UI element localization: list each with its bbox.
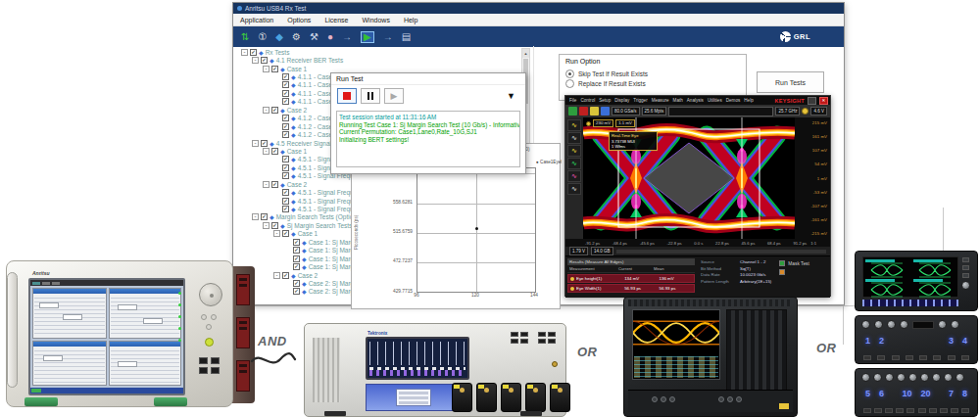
scope-menu-item[interactable]: Setup bbox=[597, 98, 612, 103]
scope-menu-item[interactable]: Control bbox=[578, 98, 597, 103]
toolbar-icon[interactable]: → bbox=[383, 32, 393, 42]
run-tests-button[interactable]: Run Tests bbox=[757, 71, 824, 93]
toolbar-icon[interactable]: ⚙ bbox=[292, 32, 301, 42]
result-row[interactable]: Eye height(1) 134 mV 136 mV bbox=[567, 274, 695, 283]
tree-checkbox[interactable]: ✓ bbox=[282, 131, 289, 138]
radio-circle[interactable] bbox=[565, 79, 574, 88]
waveform-icon[interactable]: ∿ bbox=[567, 119, 581, 131]
scope-menu-item[interactable]: Math bbox=[671, 98, 685, 103]
menu-item[interactable]: Application bbox=[233, 17, 280, 23]
tree-checkbox[interactable]: ✓ bbox=[293, 239, 300, 246]
tree-item-label[interactable]: Case 1 bbox=[287, 148, 308, 155]
waveform-icon[interactable]: ∿ bbox=[567, 183, 581, 195]
tree-checkbox[interactable]: ✓ bbox=[271, 66, 278, 72]
tree-checkbox[interactable]: ✓ bbox=[271, 181, 278, 188]
menu-item[interactable]: Windows bbox=[356, 17, 397, 23]
tree-checkbox[interactable]: ✓ bbox=[293, 280, 300, 287]
radio-option[interactable]: Replace If Result Exists bbox=[565, 78, 740, 88]
tree-checkbox[interactable]: ✓ bbox=[293, 247, 300, 254]
waveform-icon[interactable]: ∿ bbox=[567, 158, 581, 169]
tree-row[interactable]: - ✓ ◆ 4.1 Receiver BER Tests bbox=[239, 56, 521, 64]
tree-checkbox[interactable]: ✓ bbox=[282, 206, 289, 212]
toolbar-icon[interactable]: ◆ bbox=[275, 32, 283, 42]
scope-menu-item[interactable]: Analysis bbox=[685, 98, 706, 103]
tree-checkbox[interactable]: ✓ bbox=[282, 73, 289, 80]
waveform-icon[interactable]: ∿ bbox=[567, 145, 581, 157]
radio-option[interactable]: Skip Test If Result Exists bbox=[565, 69, 740, 78]
tree-checkbox[interactable]: ✓ bbox=[282, 115, 289, 121]
tree-item-label[interactable]: Case 2 bbox=[287, 181, 308, 188]
tree-checkbox[interactable]: ✓ bbox=[282, 98, 289, 105]
toolbar-icon[interactable]: ⚒ bbox=[310, 32, 318, 42]
tree-checkbox[interactable]: ✓ bbox=[282, 230, 289, 237]
tree-item-label[interactable]: Case 2 bbox=[287, 107, 308, 114]
tree-expand-toggle[interactable]: - bbox=[241, 49, 248, 56]
tree-expand-toggle[interactable]: - bbox=[252, 140, 259, 147]
result-row[interactable]: Eye Width(1) 56.93 ps 56.93 ps bbox=[567, 284, 695, 293]
toolbar-icon[interactable]: → bbox=[342, 32, 352, 42]
scope-menu-item[interactable]: Demos bbox=[724, 98, 743, 103]
tree-item-label[interactable]: Sj Margin Search Tests bbox=[287, 222, 353, 229]
pause-button[interactable] bbox=[361, 88, 380, 104]
radio-circle[interactable] bbox=[565, 70, 574, 78]
run-chip[interactable] bbox=[568, 107, 577, 116]
mask-checkbox-orange[interactable] bbox=[779, 269, 785, 275]
tree-expand-toggle[interactable]: - bbox=[263, 148, 270, 155]
tree-expand-toggle[interactable]: - bbox=[252, 57, 259, 64]
tree-expand-toggle[interactable]: - bbox=[263, 66, 270, 72]
tree-checkbox[interactable]: ✓ bbox=[282, 189, 289, 196]
play-button[interactable]: ▶ bbox=[384, 88, 404, 104]
tree-item-label[interactable]: Case 1 bbox=[298, 230, 318, 237]
tree-checkbox[interactable]: ✓ bbox=[271, 148, 278, 155]
tree-expand-toggle[interactable]: - bbox=[252, 213, 259, 220]
stop-chip[interactable] bbox=[579, 107, 588, 116]
scope-menu-item[interactable]: Help bbox=[742, 98, 755, 103]
toolbar-icon[interactable]: ▤ bbox=[402, 32, 411, 42]
minimize-button[interactable] bbox=[808, 97, 816, 105]
toolbar-icon[interactable]: ▶ bbox=[361, 31, 374, 43]
scope-menu-item[interactable]: File bbox=[567, 98, 578, 103]
tree-checkbox[interactable]: ✓ bbox=[250, 49, 257, 56]
menu-item[interactable]: Options bbox=[280, 17, 318, 23]
tree-item-label[interactable]: 4.1 Receiver BER Tests bbox=[276, 57, 344, 64]
tree-expand-toggle[interactable]: - bbox=[263, 222, 270, 229]
tree-item-label[interactable]: Case 1 bbox=[287, 66, 308, 72]
waveform-icon[interactable]: ∿ bbox=[567, 170, 581, 182]
tree-checkbox[interactable]: ✓ bbox=[282, 164, 289, 171]
tree-expand-toggle[interactable]: - bbox=[273, 230, 280, 237]
tree-checkbox[interactable]: ✓ bbox=[282, 123, 289, 130]
tree-checkbox[interactable]: ✓ bbox=[282, 81, 289, 88]
tree-expand-toggle[interactable]: - bbox=[263, 181, 270, 188]
dropdown-icon[interactable]: ▼ bbox=[507, 91, 519, 101]
toolbar-icon[interactable]: ① bbox=[258, 32, 267, 42]
single-chip[interactable] bbox=[590, 107, 599, 116]
toolbar-icon[interactable]: ● bbox=[327, 32, 333, 42]
tree-checkbox[interactable]: ✓ bbox=[282, 90, 289, 97]
tree-row[interactable]: - ✓ ◆ Rx Tests bbox=[239, 48, 521, 56]
tree-checkbox[interactable]: ✓ bbox=[261, 140, 268, 147]
stop-button[interactable] bbox=[337, 88, 357, 104]
close-button[interactable]: ✕ bbox=[819, 97, 828, 105]
mask-checkbox-green[interactable] bbox=[779, 260, 785, 266]
scope-menu-item[interactable]: Trigger bbox=[631, 98, 649, 103]
tree-checkbox[interactable]: ✓ bbox=[261, 213, 268, 220]
tree-checkbox[interactable]: ✓ bbox=[282, 198, 289, 205]
tree-checkbox[interactable]: ✓ bbox=[282, 172, 289, 179]
waveform-icon[interactable]: ∿ bbox=[567, 132, 581, 144]
scrollbar-up-arrow[interactable]: ▲ bbox=[522, 49, 529, 58]
doc-chip[interactable] bbox=[601, 107, 610, 116]
tree-expand-toggle[interactable]: - bbox=[273, 272, 280, 279]
tree-checkbox[interactable]: ✓ bbox=[271, 107, 278, 114]
tree-checkbox[interactable]: ✓ bbox=[293, 263, 300, 270]
tree-expand-toggle[interactable]: - bbox=[263, 107, 270, 114]
scope-menu-item[interactable]: Display bbox=[612, 98, 631, 103]
tree-checkbox[interactable]: ✓ bbox=[293, 255, 300, 262]
tree-checkbox[interactable]: ✓ bbox=[261, 57, 268, 64]
menu-item[interactable]: Help bbox=[397, 17, 424, 23]
tree-checkbox[interactable]: ✓ bbox=[282, 156, 289, 162]
trigger-icon[interactable] bbox=[802, 108, 808, 115]
tree-checkbox[interactable]: ✓ bbox=[293, 288, 300, 295]
tree-item-label[interactable]: Rx Tests bbox=[266, 49, 290, 56]
tree-checkbox[interactable]: ✓ bbox=[282, 272, 289, 279]
tree-checkbox[interactable]: ✓ bbox=[271, 222, 278, 229]
